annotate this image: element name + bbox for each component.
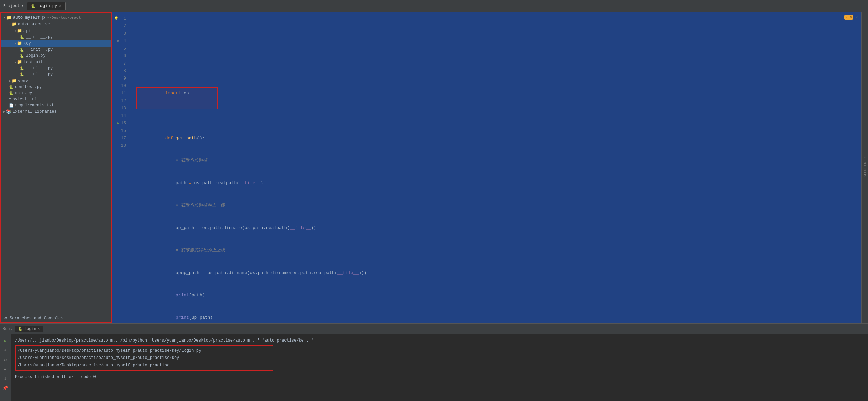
editor-area: ⚠ 3 ✓ 💡 1 2 3 ⊟ 4 [112,12,861,323]
run-settings-btn[interactable]: ⚙ [1,355,10,364]
tree-root[interactable]: ▾ 📁 auto_myself_p ~/Desktop/pract [1,14,111,21]
editor-tab-login[interactable]: 🐍 login.py × [27,2,66,10]
file-tree-sidebar: ▾ 📁 auto_myself_p ~/Desktop/pract ▾ 📁 au… [0,12,112,323]
tab-label: login.py [38,4,57,8]
line-numbers: 💡 1 2 3 ⊟ 4 5 6 7 8 9 10 11 [112,12,129,323]
code-line-12: print(up_path) [133,307,857,314]
code-line-8: up_path = os.path.dirname(os.path.realpa… [133,217,857,224]
scratches-icon: 🗂 [3,316,7,321]
sidebar-item-pytest-ini[interactable]: ≡ pytest.ini [1,96,111,102]
line-num-1: 💡 1 [115,15,126,22]
run-play-btn[interactable]: ▶ [1,336,10,345]
run-label: Run: [3,327,13,331]
output-line-2: /Users/yuanjianbo/Desktop/practise/auto_… [18,347,271,355]
output-line-1: /Users/...jianbo/Desktop/practise/auto_m… [15,337,864,345]
code-line-3 [133,105,857,112]
venv-arrow: ▶ [9,79,11,83]
sidebar-item-login-py[interactable]: 🐍 login.py [1,53,111,59]
sidebar-item-key[interactable]: ▾ 📁 key [1,40,111,47]
line-num-14: 14 [115,112,126,120]
api-folder-icon: 📁 [17,28,22,33]
code-editor[interactable]: 💡 1 2 3 ⊟ 4 5 6 7 8 9 10 11 [112,12,861,323]
line-num-16: 16 [115,127,126,135]
sidebar-item-requirements[interactable]: 📄 requirements.txt [1,102,111,108]
pytest-ini-label: pytest.ini [13,97,37,102]
tree-view: ▾ 📁 auto_myself_p ~/Desktop/pract ▾ 📁 au… [1,13,111,314]
tab-close-btn[interactable]: × [59,4,61,8]
sidebar-item-venv[interactable]: ▶ 📁 venv [1,77,111,84]
sidebar-item-auto-practise[interactable]: ▾ 📁 auto_practise [1,21,111,28]
sidebar-item-external-libs[interactable]: ▶ 📚 External Libraries [1,108,111,115]
run-down-btn[interactable]: ⬇ [1,346,10,354]
scratches-label: Scratches and Consoles [10,316,63,321]
conftest-label: conftest.py [15,85,42,89]
code-line-9: # 获取当前路径的上上级 [133,239,857,247]
ext-libs-arrow: ▶ [3,110,5,114]
key-folder-icon: 📁 [17,41,22,46]
sidebar-item-testsuits[interactable]: ▾ 📁 testsuits [1,59,111,65]
run-tab-login[interactable]: 🐍 login × [15,326,44,332]
run-pin-btn[interactable]: 📌 [1,384,10,392]
line-num-3: 3 [115,30,126,37]
line-num-9: 9 [115,75,126,82]
sidebar-item-init-key[interactable]: 🐍 __init__.py [1,47,111,53]
line-num-7: 7 [115,60,126,67]
output-selected-box: /Users/yuanjianbo/Desktop/practise/auto_… [15,345,273,371]
code-line-7: # 获取当前路径的上一级 [133,194,857,202]
sidebar-item-init2[interactable]: 🐍 __init__.py [1,71,111,77]
code-line-5: # 获取当前路径 [133,150,857,157]
login-py-label: login.py [26,53,46,58]
bulb-icon-line1: 💡 [114,15,119,22]
root-folder-icon: 📁 [6,15,12,20]
root-arrow: ▾ [3,16,5,20]
tab-icon: 🐍 [31,4,36,8]
main-py-icon: 🐍 [9,91,14,95]
process-finished-line: Process finished with exit code 0 [15,373,864,381]
sidebar-item-api[interactable]: ▾ 📁 api [1,28,111,34]
line-num-11: 11 [115,90,126,97]
structure-tab[interactable]: Structure [861,12,868,323]
venv-label: venv [18,79,28,83]
top-bar: Project ▾ 🐍 login.py × [0,0,868,12]
project-label[interactable]: Project ▾ [3,3,24,8]
venv-folder-icon: 📁 [12,78,17,83]
code-line-1 [133,60,857,67]
collapse-icon-line4[interactable]: ⊟ [117,37,119,45]
init2-icon: 🐍 [20,72,24,77]
scratches-consoles-item[interactable]: 🗂 Scratches and Consoles [1,314,111,322]
auto-practise-folder-icon: 📁 [12,22,17,27]
code-content[interactable]: import os def get_path(): # 获取当前路径 path … [129,12,861,323]
ext-libs-label: External Libraries [13,109,57,114]
init-api-label: __init__.py [26,35,53,39]
api-arrow: ▾ [14,29,16,33]
run-tab-close[interactable]: × [38,327,40,331]
sidebar-item-main-py[interactable]: 🐍 main.py [1,90,111,96]
run-tab-name: login [24,327,36,331]
sidebar-item-init-testsuits[interactable]: 🐍 __init__.py [1,65,111,71]
line-num-13: 13 [115,105,126,112]
auto-practise-label: auto_practise [18,22,50,27]
sidebar-item-init-api[interactable]: 🐍 __init__.py [1,34,111,40]
project-text: Project [3,4,20,8]
login-py-icon: 🐍 [20,54,24,58]
console-output[interactable]: /Users/...jianbo/Desktop/practise/auto_m… [11,334,868,401]
bottom-panel: Run: 🐍 login × ▶ ⬇ ⚙ ≡ ⤓ 📌 /Users/...jia… [0,323,868,401]
run-icon-line15[interactable]: ▶ [117,120,119,127]
code-line-4: def get_path(): [133,127,857,135]
init-testsuits-label: __init__.py [26,66,53,71]
line-num-2: 2 [115,22,126,30]
main-area: ▾ 📁 auto_myself_p ~/Desktop/pract ▾ 📁 au… [0,12,868,323]
key-arrow: ▾ [14,41,16,46]
main-py-label: main.py [15,91,32,95]
ext-libs-icon: 📚 [6,109,11,114]
init-key-icon: 🐍 [20,48,24,52]
code-line-2: import os [133,82,857,90]
sidebar-item-conftest[interactable]: 🐍 conftest.py [1,84,111,90]
requirements-icon: 📄 [9,103,14,108]
run-scroll-down2-btn[interactable]: ⤓ [1,374,10,383]
run-tab-bar: Run: 🐍 login × [0,324,868,334]
pytest-ini-icon: ≡ [9,97,11,101]
run-format-btn[interactable]: ≡ [1,365,10,373]
structure-label: Structure [863,157,867,177]
output-line-4: /Users/yuanjianbo/Desktop/practise/auto_… [18,362,271,369]
